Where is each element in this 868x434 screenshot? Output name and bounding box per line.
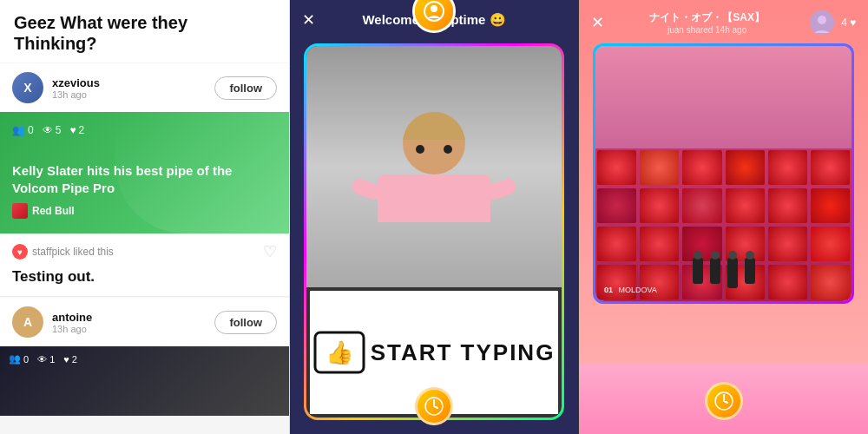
- post-title: Testing out.: [0, 265, 289, 296]
- p2-hair: [403, 112, 465, 140]
- p3-card-inner: 01 MOLDOVA: [595, 46, 852, 301]
- panel-music: ✕ ナイト・オブ・【SAX】 juan shared 14h ago 4 ♥: [579, 0, 868, 434]
- eye-icon-dark: 👁: [37, 354, 47, 365]
- stage-label: 01 MOLDOVA: [604, 286, 657, 294]
- stat-likes: ♥ 2: [69, 124, 84, 136]
- username-1: xzevious: [52, 76, 214, 89]
- p2-logo-circle: [415, 387, 453, 425]
- p2-content-card: 👍 START TYPING: [304, 43, 564, 420]
- p3-content-card: 01 MOLDOVA: [593, 43, 854, 304]
- dark-stat-people: 👥 0: [9, 353, 29, 365]
- p3-count-heart: 4 ♥: [841, 16, 856, 29]
- avatar-antoine: A: [12, 306, 43, 338]
- card-stats: 👥 0 👁 5 ♥ 2: [12, 124, 277, 136]
- liked-text: staffpick liked this: [32, 246, 114, 258]
- song-title: ナイト・オブ・【SAX】: [649, 10, 765, 25]
- stat-people: 👥 0: [12, 124, 34, 136]
- uptime-icon-p3: [714, 391, 733, 411]
- performer-1: [693, 258, 703, 284]
- staffpick-icon: ♥: [12, 244, 28, 260]
- svg-point-6: [818, 16, 826, 24]
- p2-bottom-logo: [415, 387, 453, 425]
- heart-icon-like[interactable]: ♡: [263, 242, 277, 261]
- count-number: 4: [841, 16, 847, 29]
- p3-user-avatar: [810, 10, 834, 35]
- p2-arm-right: [484, 176, 518, 201]
- p2-head: [403, 112, 465, 174]
- liked-left: ♥ staffpick liked this: [12, 244, 114, 260]
- p3-stage-top: [595, 46, 852, 148]
- user-time-1: 13h ago: [52, 89, 214, 100]
- svg-point-1: [431, 5, 437, 12]
- performer-4: [745, 258, 755, 284]
- follow-button-1[interactable]: follow: [214, 76, 277, 100]
- p2-body: [378, 174, 490, 222]
- heart-icon-dark: ♥: [63, 354, 69, 365]
- stat-views: 👁 5: [43, 124, 62, 136]
- uptime-icon-bottom: [424, 397, 444, 416]
- label-number: 01: [604, 286, 613, 294]
- p2-card-inner: 👍 START TYPING: [306, 46, 562, 418]
- people-icon-dark: 👥: [9, 353, 21, 365]
- performer-3: [727, 258, 738, 288]
- card-dark[interactable]: 👥 0 👁 1 ♥ 2: [0, 346, 289, 416]
- card-source: Red Bull: [12, 203, 277, 219]
- avatar-xzevious: X: [12, 72, 43, 103]
- p3-song-info: ナイト・オブ・【SAX】 juan shared 14h ago: [649, 10, 765, 35]
- user-info-2: antoine 13h ago: [52, 311, 214, 334]
- panel3-header: ✕ ナイト・オブ・【SAX】 juan shared 14h ago 4 ♥: [579, 0, 868, 45]
- p3-performers: [693, 258, 755, 288]
- divider-1: [0, 296, 289, 297]
- user-row-1: X xzevious 13h ago follow: [0, 63, 289, 112]
- panel-feed: Geez What were they Thinking? X xzevious…: [0, 0, 290, 434]
- user-info-1: xzevious 13h ago: [52, 76, 214, 100]
- user-time-2: 13h ago: [52, 324, 214, 334]
- heart-icon-p3: ♥: [850, 16, 856, 29]
- shared-text: juan shared 14h ago: [667, 25, 746, 35]
- card-dark-stats: 👥 0 👁 1 ♥ 2: [9, 353, 77, 365]
- p3-right-controls: 4 ♥: [810, 10, 856, 35]
- source-name: Red Bull: [32, 205, 75, 217]
- liked-row: ♥ staffpick liked this ♡: [0, 233, 289, 265]
- close-icon-p2[interactable]: ✕: [302, 10, 315, 30]
- feed-header: Geez What were they Thinking?: [0, 0, 289, 62]
- people-count: 0: [28, 124, 34, 136]
- card-kelly-slater[interactable]: 👥 0 👁 5 ♥ 2 Kelly Slater hits his best p…: [0, 112, 289, 233]
- uptime-logo-icon: [424, 1, 444, 22]
- close-icon-p3[interactable]: ✕: [591, 13, 604, 32]
- card-title: Kelly Slater hits his best pipe of the V…: [12, 162, 277, 196]
- p2-eye-left: [416, 145, 424, 154]
- source-logo: [12, 203, 28, 219]
- people-icon: 👥: [12, 124, 25, 136]
- p2-eye-right: [444, 145, 452, 154]
- user-row-2: A antoine 13h ago follow: [0, 298, 289, 346]
- performer-2: [710, 258, 720, 284]
- dark-stat-views: 👁 1: [37, 353, 55, 365]
- dark-stat-likes: ♥ 2: [63, 353, 77, 365]
- likes-count: 2: [79, 124, 85, 136]
- user-avatar-icon: [810, 10, 834, 35]
- staffpick-badge: ♥: [12, 244, 28, 260]
- p3-logo-circle-bottom: [705, 382, 743, 420]
- username-2: antoine: [52, 311, 214, 324]
- eye-icon: 👁: [43, 124, 53, 136]
- p3-bottom-logo: [579, 382, 868, 420]
- follow-button-2[interactable]: follow: [214, 311, 277, 334]
- p3-stage-bottom: 01 MOLDOVA: [595, 148, 852, 301]
- feed-title: Geez What were they Thinking?: [14, 12, 275, 54]
- label-country: MOLDOVA: [619, 286, 657, 294]
- panel-uptime: UPTIME UPTIME UPTIME UPTIME UPTIME UPTIM…: [290, 0, 579, 434]
- views-count: 5: [56, 124, 62, 136]
- p2-person-area: [306, 46, 562, 287]
- heart-icon-card: ♥: [69, 124, 76, 136]
- p2-arm-left: [350, 176, 384, 201]
